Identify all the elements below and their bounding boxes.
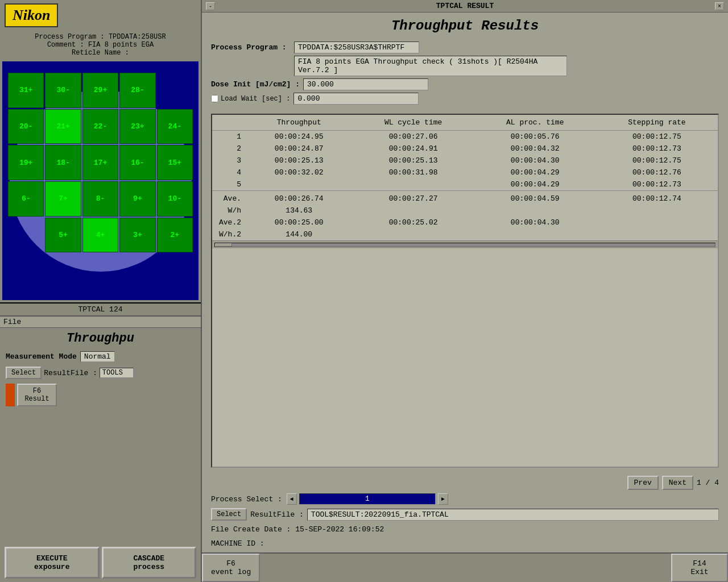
wafer-cell-8[interactable]: 8- [82,181,118,217]
wafer-cell-30[interactable]: 30- [45,73,81,108]
summary-ave2-label: Ave.2 [212,217,246,228]
throughput-table: Throughput WL cycle time AL proc. time S… [212,115,718,240]
f6-result-button[interactable]: F6 Result [17,384,57,406]
wafer-cell-7[interactable]: 7+ [45,181,81,217]
result-title: Throughput Results [202,13,728,39]
slider-right-arrow[interactable]: ► [438,493,448,505]
summary-ave-al: 00:00:04.59 [474,191,596,205]
window-titlebar: - TPTCAL RESULT × [202,0,728,13]
prev-button[interactable]: Prev [627,476,659,490]
table-row: 2 00:00:24.87 00:00:24.91 00:00:04.32 00… [212,143,718,155]
action-spacer [260,554,671,582]
process-slider-area: ◄ 1 ► [287,493,448,505]
process-program-label: Process Program : [211,43,291,52]
wafer-cell-19[interactable]: 19+ [8,145,44,180]
horizontal-scrollbar[interactable] [212,240,718,248]
row-num-3: 3 [212,155,246,167]
scrollbar-track[interactable] [214,243,715,247]
wafer-cell-22[interactable]: 22- [82,109,118,144]
process-program-value2: FIA 8 points EGA Throughput check ( 31sh… [294,56,567,76]
execute-button[interactable]: EXECUTE exposure [5,547,100,579]
wafer-cell-17[interactable]: 17+ [82,145,118,180]
table-row: 5 00:00:04.29 00:00:12.73 [212,178,718,191]
process-program-row2: FIA 8 points EGA Throughput check ( 31sh… [211,56,719,76]
row1-al: 00:00:05.76 [474,131,596,143]
summary-wh-al [474,205,596,217]
dose-init-value: 30.000 [303,78,428,90]
summary-wh-wl [353,205,474,217]
summary-ave2-al: 00:00:04.30 [474,217,596,228]
process-program-row: Process Program : TPDDATA:$258USR3A$THRP… [211,41,719,53]
table-row: W/h.2 144.00 [212,228,718,240]
wafer-cell-6[interactable]: 6- [8,181,44,217]
wafer-cell-15[interactable]: 15+ [157,145,193,180]
wafer-cell-2[interactable]: 2+ [157,218,193,253]
file-create-value: 15-SEP-2022 16:09:52 [295,525,384,534]
select-button[interactable]: Select [6,367,42,379]
next-button[interactable]: Next [662,476,693,490]
f14-exit-button[interactable]: F14 Exit [671,554,728,582]
titlebar-right-btns: × [713,2,726,10]
slider-track[interactable]: 1 [299,493,436,505]
summary-wh-throughput: 134.63 [246,205,353,217]
summary-wh-step [596,205,718,217]
slider-left-arrow[interactable]: ◄ [287,493,297,505]
wafer-cell-16[interactable]: 16- [119,145,155,180]
process-program-value1: TPDDATA:$258USR3A$THRPTF [294,41,419,53]
select-row: Select ResultFile : TOOLS [0,364,201,381]
wafer-cell-31[interactable]: 31+ [8,73,44,108]
wafer-cell-29[interactable]: 29+ [82,73,118,108]
wafer-cell-10[interactable]: 10- [157,181,193,217]
col-step-header: Stepping rate [596,115,718,131]
f6-event-log-button[interactable]: F6 event log [202,554,260,582]
wafer-map: 31+ 30- 29+ 28- 20- 21+ 22- 23+ 24- 19+ … [2,61,198,300]
wafer-cell-23[interactable]: 23+ [119,109,155,144]
summary-ave2-wl: 00:00:25.02 [353,217,474,228]
meas-mode-row: Measurement Mode Normal [0,349,201,364]
wafer-grid: 31+ 30- 29+ 28- 20- 21+ 22- 23+ 24- 19+ … [2,61,198,300]
minimize-button[interactable]: - [206,2,215,10]
load-wait-label: Load Wait [sec] : [221,95,290,103]
tptcal-bar: TPTCAL 124 [0,302,201,317]
summary-ave-throughput: 00:00:26.74 [246,191,353,205]
summary-wh2-step [596,228,718,240]
page-info: 1 / 4 [697,479,719,487]
cascade-button[interactable]: CASCADE process [102,547,197,579]
col-throughput-header: Throughput [246,115,353,131]
wafer-cell-3[interactable]: 3+ [119,218,155,253]
reticle-text: Reticle Name : [5,49,196,57]
row5-step: 00:00:12.73 [596,178,718,191]
wafer-cell-5[interactable]: 5+ [45,218,81,253]
col-num-header [212,115,246,131]
wafer-cell-24[interactable]: 24- [157,109,193,144]
select-result-button[interactable]: Select [211,508,247,521]
wafer-cell-4[interactable]: 4+ [82,218,118,253]
col-wl-header: WL cycle time [353,115,474,131]
row2-wl: 00:00:24.91 [353,143,474,155]
row4-throughput: 00:00:32.02 [246,167,353,178]
machine-id-row: MACHINE ID : [211,538,719,549]
wafer-cell-9[interactable]: 9+ [119,181,155,217]
action-bar: F6 event log F14 Exit [202,552,728,582]
row-num-2: 2 [212,143,246,155]
file-menu-label[interactable]: File [3,318,21,326]
process-info: Process Program : TPDDATA:258USR Comment… [0,31,201,59]
load-wait-checkbox-label[interactable]: Load Wait [sec] : [211,95,290,103]
row-num-4: 4 [212,167,246,178]
table-row: 3 00:00:25.13 00:00:25.13 00:00:04.30 00… [212,155,718,167]
scrollbar-thumb[interactable] [215,243,232,247]
row5-al: 00:00:04.29 [474,178,596,191]
wafer-cell-21[interactable]: 21+ [45,109,81,144]
wafer-cell-20[interactable]: 20- [8,109,44,144]
row1-wl: 00:00:27.06 [353,131,474,143]
load-wait-checkbox[interactable] [211,95,218,102]
wafer-cell-18[interactable]: 18- [45,145,81,180]
side-indicator [6,384,15,406]
result-file-value-right: TOOL$RESULT:20220915_fia.TPTCAL [307,509,719,521]
file-menu[interactable]: File [0,317,201,328]
summary-wh2-wl [353,228,474,240]
row3-al: 00:00:04.30 [474,155,596,167]
close-button[interactable]: × [715,2,724,10]
wafer-cell-28[interactable]: 28- [119,73,155,108]
table-header-row: Throughput WL cycle time AL proc. time S… [212,115,718,131]
